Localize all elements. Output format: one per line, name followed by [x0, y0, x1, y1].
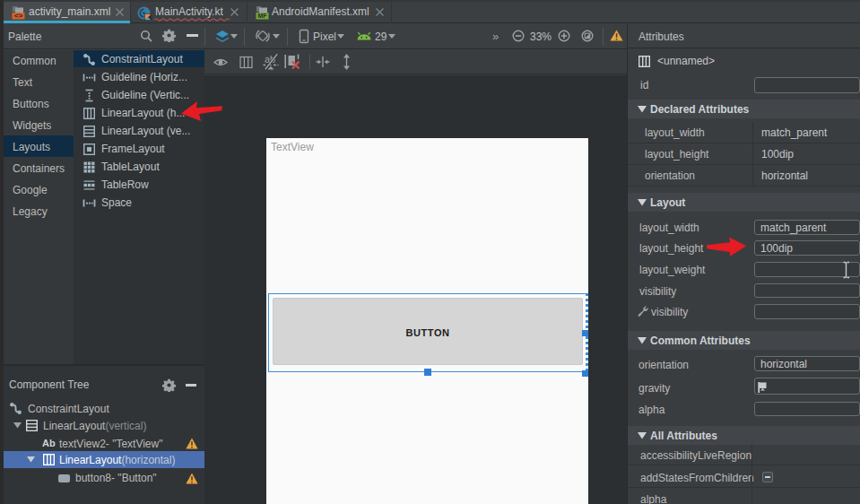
- svg-text:<>: <>: [14, 12, 23, 20]
- svg-text:MF: MF: [257, 13, 267, 19]
